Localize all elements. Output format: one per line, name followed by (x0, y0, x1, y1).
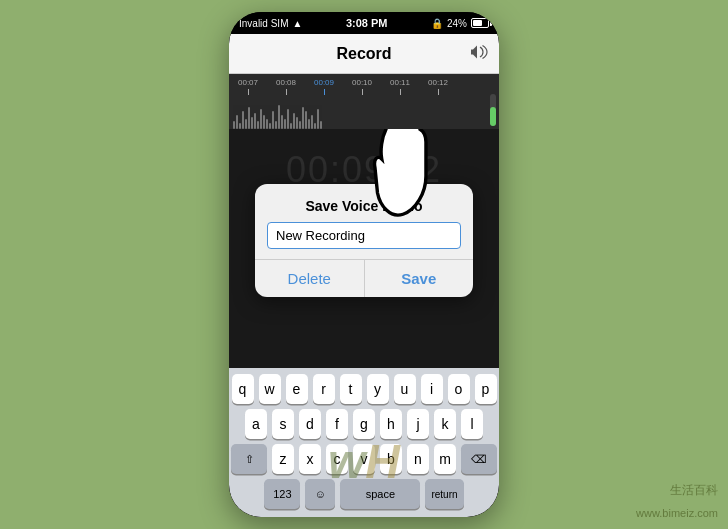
key-w[interactable]: w (259, 374, 281, 404)
backspace-key[interactable]: ⌫ (461, 444, 497, 474)
dialog-buttons: Delete Save (255, 259, 473, 297)
level-fill (490, 107, 496, 126)
watermark-cn: 生活百科 (670, 482, 718, 499)
key-g[interactable]: g (353, 409, 375, 439)
key-x[interactable]: x (299, 444, 321, 474)
nav-bar: Record (229, 34, 499, 74)
key-p[interactable]: p (475, 374, 497, 404)
key-c[interactable]: c (326, 444, 348, 474)
num-switch-key[interactable]: 123 (264, 479, 300, 509)
dialog-overlay: Save Voice Memo Delete Save (229, 129, 499, 368)
key-row-1: q w e r t y u i o p (232, 374, 496, 404)
key-e[interactable]: e (286, 374, 308, 404)
level-bar (490, 94, 496, 126)
keyboard: q w e r t y u i o p a s d f g (229, 368, 499, 517)
status-left: Invalid SIM ▲ (239, 18, 302, 29)
speaker-icon[interactable] (471, 45, 489, 63)
key-n[interactable]: n (407, 444, 429, 474)
save-button[interactable]: Save (365, 260, 474, 297)
status-right: 🔒 24% (431, 18, 489, 29)
lock-icon: 🔒 (431, 18, 443, 29)
tick-0: 00:07 (229, 78, 267, 95)
timeline: 00:07 00:08 00:09 00:10 00:11 00:12 (229, 74, 499, 95)
space-key[interactable]: space (340, 479, 420, 509)
status-time: 3:08 PM (346, 17, 388, 29)
dialog-title: Save Voice Memo (255, 184, 473, 222)
recording-name-input[interactable] (267, 222, 461, 249)
key-h[interactable]: h (380, 409, 402, 439)
wifi-icon: ▲ (292, 18, 302, 29)
dialog-input-wrapper (255, 222, 473, 259)
tick-1: 00:08 (267, 78, 305, 95)
key-y[interactable]: y (367, 374, 389, 404)
battery-label: 24% (447, 18, 467, 29)
key-l[interactable]: l (461, 409, 483, 439)
key-q[interactable]: q (232, 374, 254, 404)
tick-2-active: 00:09 (305, 78, 343, 95)
key-v[interactable]: v (353, 444, 375, 474)
key-i[interactable]: i (421, 374, 443, 404)
key-z[interactable]: z (272, 444, 294, 474)
save-voice-memo-dialog: Save Voice Memo Delete Save (255, 184, 473, 297)
tick-4: 00:11 (381, 78, 419, 95)
shift-key[interactable]: ⇧ (231, 444, 267, 474)
key-t[interactable]: t (340, 374, 362, 404)
key-row-4: 123 ☺ space return (232, 479, 496, 509)
recording-area: 00:09 72 New Recording 13/03/2016 Save V… (229, 129, 499, 368)
battery-icon (471, 18, 489, 28)
key-f[interactable]: f (326, 409, 348, 439)
carrier-label: Invalid SIM (239, 18, 288, 29)
return-key[interactable]: return (425, 479, 463, 509)
tick-3: 00:10 (343, 78, 381, 95)
key-k[interactable]: k (434, 409, 456, 439)
waveform-lines (229, 94, 499, 129)
page-wrapper: Invalid SIM ▲ 3:08 PM 🔒 24% Record (0, 0, 728, 529)
key-m[interactable]: m (434, 444, 456, 474)
key-o[interactable]: o (448, 374, 470, 404)
key-u[interactable]: u (394, 374, 416, 404)
key-r[interactable]: r (313, 374, 335, 404)
tick-5: 00:12 (419, 78, 457, 95)
status-bar: Invalid SIM ▲ 3:08 PM 🔒 24% (229, 12, 499, 34)
key-b[interactable]: b (380, 444, 402, 474)
phone-frame: Invalid SIM ▲ 3:08 PM 🔒 24% Record (229, 12, 499, 517)
key-row-2: a s d f g h j k l (232, 409, 496, 439)
waveform-area: 00:07 00:08 00:09 00:10 00:11 00:12 (229, 74, 499, 129)
key-row-3: ⇧ z x c v b n m ⌫ (232, 444, 496, 474)
key-d[interactable]: d (299, 409, 321, 439)
key-s[interactable]: s (272, 409, 294, 439)
battery-fill (473, 20, 482, 26)
delete-button[interactable]: Delete (255, 260, 365, 297)
phone-screen: Invalid SIM ▲ 3:08 PM 🔒 24% Record (229, 12, 499, 517)
emoji-key[interactable]: ☺ (305, 479, 335, 509)
watermark-site: www.bimeiz.com (636, 507, 718, 519)
nav-title: Record (336, 45, 391, 63)
key-a[interactable]: a (245, 409, 267, 439)
key-j[interactable]: j (407, 409, 429, 439)
